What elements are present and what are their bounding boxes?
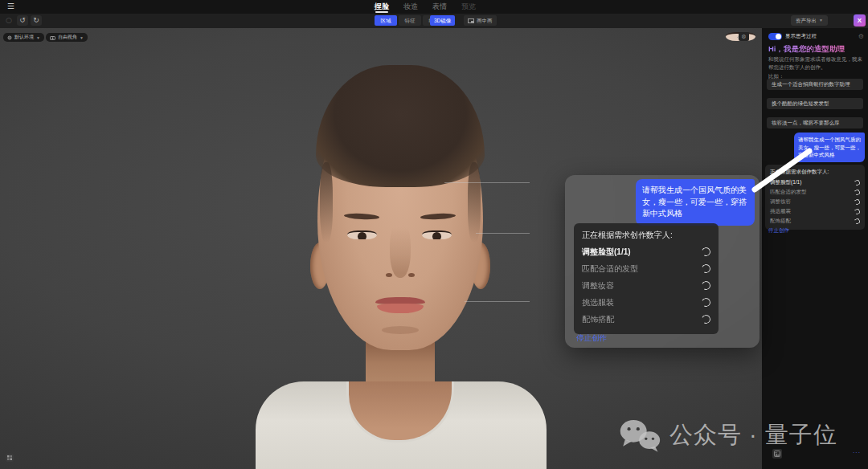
undo-icon[interactable]: ↺	[17, 15, 28, 26]
spinner-icon	[700, 246, 711, 257]
popup-task-row-face-shape: 调整脸型(1/1)	[582, 243, 710, 260]
task-label: 匹配合适的发型	[582, 263, 638, 275]
reset-icon[interactable]: ○	[3, 15, 14, 26]
assistant-greeting: Hi，我是您的造型助理	[768, 44, 845, 55]
task-row-outfit: 挑选服装	[770, 206, 860, 216]
environment-icon	[7, 35, 12, 40]
avatar-iris-right	[432, 232, 441, 239]
environment-label: 默认环境	[14, 34, 34, 41]
pip-label: 画中画	[477, 15, 493, 26]
main-tabs: 捏脸 妆造 表情 预览	[375, 0, 476, 14]
panel-settings-gear-icon[interactable]: ⚙	[858, 33, 864, 40]
chevron-down-icon: ▼	[819, 15, 823, 26]
spinner-icon	[854, 218, 861, 225]
avatar-nostril-right	[408, 273, 415, 277]
guide-line-brow	[444, 182, 530, 183]
task-label: 挑选服装	[770, 208, 791, 215]
toggle-knob	[776, 34, 781, 39]
popup-task-row-makeup: 调整妆容	[582, 277, 710, 294]
popup-task-row-hairstyle: 匹配合适的发型	[582, 260, 710, 277]
avatar-sideburn-left	[320, 162, 333, 243]
magnifier-popup: 请帮我生成一个国风气质的美女，瘦一些，可爱一些，穿搭新中式风格 正在根据需求创作…	[565, 175, 760, 348]
spinner-icon	[854, 189, 861, 196]
ai-assistant-logo-button[interactable]: X	[854, 14, 866, 27]
stop-creation-link[interactable]: 停止创作	[768, 227, 789, 234]
avatar-head	[317, 67, 483, 350]
spinner-icon	[700, 263, 711, 274]
avatar-lip-lower	[377, 304, 423, 313]
avatar-chin-shadow	[382, 326, 419, 334]
avatar-eye-left	[347, 230, 377, 239]
callout-arrow	[747, 147, 813, 194]
guide-line-mouth	[465, 301, 530, 302]
redo-icon[interactable]: ↻	[31, 15, 42, 26]
spinner-icon	[700, 279, 711, 291]
hamburger-menu-icon[interactable]: ☰	[7, 2, 14, 10]
spinner-icon	[700, 296, 711, 308]
task-label: 配饰搭配	[582, 314, 614, 325]
spinner-icon	[854, 198, 861, 206]
task-label: 调整妆容	[582, 280, 614, 292]
image-icon	[774, 451, 780, 457]
thinking-toggle-label: 显示思考过程	[785, 33, 817, 40]
viewport-settings-button[interactable]: ⚙	[739, 32, 749, 41]
popup-task-header: 正在根据需求创作数字人:	[582, 230, 710, 241]
ai-assistant-panel: 显示思考过程 ⚙ Hi，我是您的造型助理 和我说任何形象需求或者修改意见，我来帮…	[762, 28, 868, 469]
gear-icon: ⚙	[741, 34, 746, 40]
suggestion-button-light-makeup[interactable]: 妆容淡一点，嘴唇不要那么厚	[767, 117, 863, 128]
task-label: 配饰搭配	[770, 218, 791, 225]
spinner-icon	[854, 208, 861, 215]
avatar-sideburn-right	[468, 162, 481, 243]
task-row-accessories: 配饰搭配	[770, 216, 860, 226]
segment-feature[interactable]: 特征	[399, 15, 421, 26]
show-thinking-toggle[interactable]	[768, 33, 782, 40]
popup-user-message-bubble: 请帮我生成一个国风气质的美女，瘦一些，可爱一些，穿搭新中式风格	[636, 179, 755, 226]
avatar-iris-left	[358, 232, 366, 239]
segment-region[interactable]: 区域	[375, 15, 397, 26]
assistant-intro-text: 和我说任何形象需求或者修改意见，我来帮您进行数字人的创作。	[768, 55, 863, 71]
tab-preview[interactable]: 预览	[461, 0, 476, 14]
popup-task-row-outfit: 挑选服装	[582, 294, 710, 311]
suggestion-button-bank-assistant[interactable]: 生成一个适合招商银行的数字助理	[767, 79, 863, 90]
more-options-button[interactable]: ···	[853, 450, 861, 455]
suggestion-button-green-hair[interactable]: 换个酷酷的绿色短发发型	[767, 98, 863, 109]
avatar-hair	[316, 65, 485, 187]
popup-stop-creation-link[interactable]: 停止创作	[576, 333, 607, 344]
chevron-down-icon: ▼	[80, 35, 84, 40]
avatar-eye-right	[422, 230, 452, 239]
tab-expression[interactable]: 表情	[432, 0, 447, 14]
environment-dropdown[interactable]: 默认环境 ▼	[3, 33, 44, 42]
camera-icon	[50, 35, 55, 40]
mirror-3d-button[interactable]: 3D镜像	[430, 15, 455, 26]
task-label: 调整妆容	[770, 198, 791, 206]
tab-makeup[interactable]: 妆造	[403, 0, 418, 14]
picture-in-picture-button[interactable]: 画中画	[464, 15, 497, 26]
avatar-nose	[390, 220, 411, 278]
corner-widget-button[interactable]	[6, 454, 14, 462]
guide-line-ear	[476, 233, 530, 234]
avatar-nostril-left	[386, 273, 392, 277]
digital-human-studio-app: ☰ 捏脸 妆造 表情 预览 ○ ↺ ↻ 区域 特征 细节 3D镜像 画中画 资产…	[0, 0, 868, 469]
sub-toolbar: ○ ↺ ↻ 区域 特征 细节 3D镜像 画中画 资产导出 ▼ X	[0, 14, 868, 28]
asset-export-dropdown[interactable]: 资产导出 ▼	[791, 15, 828, 26]
task-label: 调整脸型(1/1)	[582, 247, 631, 258]
chevron-down-icon: ▼	[36, 35, 40, 40]
asset-export-label: 资产导出	[796, 15, 817, 26]
thinking-toggle-row: 显示思考过程 ⚙	[768, 32, 864, 40]
avatar-lips	[375, 297, 425, 314]
attach-image-button[interactable]	[772, 449, 782, 459]
top-bar: ☰ 捏脸 妆造 表情 预览	[0, 0, 868, 14]
grid-icon	[7, 455, 12, 460]
popup-task-row-accessories: 配饰搭配	[582, 311, 710, 328]
history-controls: ○ ↺ ↻	[3, 15, 42, 26]
camera-view-dropdown[interactable]: 自由视角 ▼	[46, 33, 88, 42]
spinner-icon	[854, 179, 861, 186]
task-label: 挑选服装	[582, 297, 614, 308]
camera-view-label: 自由视角	[58, 34, 77, 41]
pip-icon	[468, 18, 474, 23]
popup-task-card: 正在根据需求创作数字人: 调整脸型(1/1) 匹配合适的发型 调整妆容 挑选服装…	[574, 223, 719, 334]
spinner-icon	[700, 313, 711, 324]
tab-face-sculpt[interactable]: 捏脸	[375, 0, 389, 14]
task-row-makeup: 调整妆容	[770, 197, 860, 206]
